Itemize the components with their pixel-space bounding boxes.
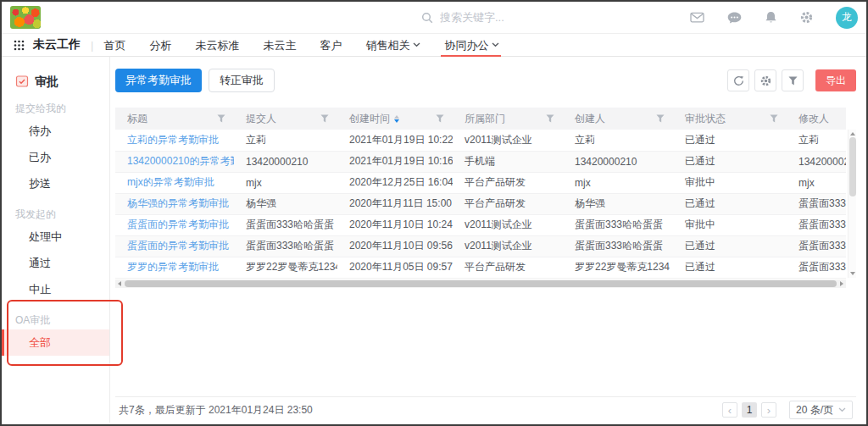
filter-button[interactable]	[782, 69, 804, 91]
table-row[interactable]: mjx的异常考勤审批 mjx 2020年12月25日 16:04 平台产品研发 …	[115, 172, 846, 193]
nav-item-analysis[interactable]: 分析	[149, 34, 171, 57]
horizontal-scrollbar[interactable]	[115, 279, 846, 288]
chevron-down-icon	[492, 42, 499, 47]
status-text: 已通过	[685, 240, 715, 252]
prev-page-button[interactable]: ‹	[722, 402, 737, 418]
sidebar-item-done[interactable]: 已办	[2, 144, 109, 170]
nav-item-standard[interactable]: 未云标准	[195, 34, 239, 57]
filter-icon[interactable]	[436, 114, 444, 123]
gear-icon[interactable]	[800, 11, 813, 24]
record-link[interactable]: 杨华强的异常考勤审批	[127, 197, 229, 209]
sidebar-item-all[interactable]: 全部	[2, 329, 109, 356]
main-panel: 异常考勤审批 转正审批 导出	[110, 57, 866, 423]
column-header-department[interactable]: 所属部门	[453, 108, 563, 130]
nav-item-customer[interactable]: 客户	[320, 34, 342, 57]
table-row[interactable]: 蛋蛋面的异常考勤审批 蛋蛋面333哈哈蛋蛋 2020年11月10日 09:56 …	[115, 235, 846, 257]
tab-regularization[interactable]: 转正审批	[209, 69, 275, 92]
approval-icon	[15, 75, 29, 91]
column-header-created-time[interactable]: 创建时间	[337, 108, 453, 130]
nav-item-home[interactable]: 首页	[103, 34, 125, 57]
table-row[interactable]: 立莉的异常考勤审批 立莉 2021年01月19日 10:22 v2011测试企业…	[115, 130, 846, 151]
page-size-select[interactable]: 20 条/页	[789, 401, 853, 419]
sidebar-item-terminated[interactable]: 中止	[2, 276, 109, 302]
refresh-button[interactable]	[727, 69, 749, 91]
bell-icon[interactable]	[765, 11, 777, 24]
record-link[interactable]: 立莉的异常考勤审批	[127, 134, 219, 146]
sidebar-section-submitted-to-me: 提交给我的 待办 已办 抄送	[2, 99, 109, 196]
sidebar-item-passed[interactable]: 通过	[2, 250, 109, 276]
horizontal-scroll-thumb[interactable]	[125, 280, 837, 287]
refresh-icon	[733, 75, 744, 86]
status-text: 审批中	[685, 219, 715, 230]
vertical-scroll-thumb[interactable]	[849, 137, 856, 196]
tab-row: 异常考勤审批 转正审批 导出	[115, 69, 856, 92]
column-header-status[interactable]: 审批状态	[673, 108, 787, 130]
sidebar-section-oa-approval: OA审批 全部	[2, 311, 109, 356]
sidebar-item-processing[interactable]: 处理中	[2, 224, 109, 250]
table-header-row: 标题 提交人 创建时间 所属部门 创建人 审批状态 修改人	[115, 108, 846, 130]
record-link[interactable]: 蛋蛋面的异常考勤审批	[127, 219, 229, 230]
sort-icon[interactable]	[394, 115, 399, 123]
table-row[interactable]: 13420000210的异常考勤审批 13420000210 2021年01月1…	[115, 151, 846, 172]
scroll-up-arrow[interactable]	[850, 132, 855, 136]
scroll-left-arrow[interactable]	[118, 281, 121, 286]
filter-icon[interactable]	[770, 114, 778, 123]
user-avatar[interactable]: 龙	[836, 7, 858, 29]
nav-item-master[interactable]: 未云主	[263, 34, 296, 57]
sidebar-section-initiated-by-me: 我发起的 处理中 通过 中止	[2, 205, 109, 302]
search-input[interactable]	[440, 11, 542, 24]
column-header-submitter[interactable]: 提交人	[234, 108, 337, 130]
filter-icon[interactable]	[320, 114, 329, 123]
app-logo[interactable]	[10, 6, 41, 29]
pagination: ‹ 1 › 20 条/页	[722, 401, 853, 419]
sidebar-title: 审批	[15, 74, 109, 91]
status-text: 已通过	[685, 134, 715, 146]
section-label: 提交给我的	[2, 99, 109, 118]
sidebar-item-cc[interactable]: 抄送	[2, 170, 109, 196]
record-link[interactable]: 罗罗的异常考勤审批	[127, 261, 219, 273]
record-link[interactable]: 13420000210的异常考勤审批	[127, 155, 234, 167]
next-page-button[interactable]: ›	[761, 402, 776, 418]
status-text: 已通过	[685, 261, 715, 273]
table-row[interactable]: 罗罗的异常考勤审批 罗罗22罗曼蒂克1234 2020年11月05日 09:57…	[115, 257, 846, 278]
tab-abnormal-attendance[interactable]: 异常考勤审批	[115, 69, 202, 92]
column-header-title[interactable]: 标题	[115, 108, 234, 130]
sidebar-item-todo[interactable]: 待办	[2, 118, 109, 144]
section-label: 我发起的	[2, 205, 109, 224]
table-toolbar: 导出	[727, 69, 856, 91]
status-text: 审批中	[685, 176, 715, 188]
nav-item-collaboration[interactable]: 协同办公	[444, 34, 499, 57]
table-row[interactable]: 蛋蛋面的异常考勤审批 蛋蛋面333哈哈蛋蛋 2020年11月10日 10:24 …	[115, 214, 846, 235]
column-header-creator[interactable]: 创建人	[563, 108, 673, 130]
topbar-icons: 龙	[690, 7, 858, 29]
column-header-modifier[interactable]: 修改人	[787, 108, 846, 130]
chevron-down-icon	[413, 42, 420, 47]
mail-icon[interactable]	[690, 12, 704, 23]
search-icon	[421, 12, 433, 24]
scroll-down-arrow[interactable]	[850, 272, 855, 275]
table-row[interactable]: 杨华强的异常考勤审批 杨华强 2020年11月11日 15:00 平台产品研发 …	[115, 193, 846, 214]
chat-icon[interactable]	[727, 12, 742, 24]
sidebar: 审批 提交给我的 待办 已办 抄送 我发起的 处理中 通过 中止 OA审批 全部	[2, 57, 110, 423]
current-page[interactable]: 1	[742, 402, 757, 418]
vertical-scrollbar[interactable]	[848, 130, 856, 278]
funnel-icon	[788, 76, 798, 86]
filter-icon[interactable]	[656, 114, 665, 123]
export-button[interactable]: 导出	[815, 69, 856, 91]
chevron-down-icon	[838, 407, 846, 412]
app-grid-icon[interactable]	[14, 40, 25, 51]
section-label: OA审批	[2, 311, 109, 329]
nav-item-sales[interactable]: 销售相关	[365, 34, 420, 57]
scroll-right-arrow[interactable]	[840, 281, 843, 286]
record-link[interactable]: mjx的异常考勤审批	[127, 176, 214, 188]
status-text: 已通过	[685, 197, 715, 209]
filter-icon[interactable]	[217, 114, 225, 123]
status-text: 已通过	[685, 155, 715, 167]
global-search[interactable]	[421, 11, 550, 24]
record-link[interactable]: 蛋蛋面的异常考勤审批	[127, 240, 229, 252]
app-window: 龙 未云工作 | 首页 分析 未云标准 未云主 客户 销售相关 协同办公 审批	[0, 0, 868, 426]
main-nav: 未云工作 | 首页 分析 未云标准 未云主 客户 销售相关 协同办公	[2, 34, 866, 57]
settings-button[interactable]	[754, 69, 776, 91]
workspace-switcher[interactable]: 未云工作	[33, 37, 81, 53]
filter-icon[interactable]	[546, 114, 554, 123]
